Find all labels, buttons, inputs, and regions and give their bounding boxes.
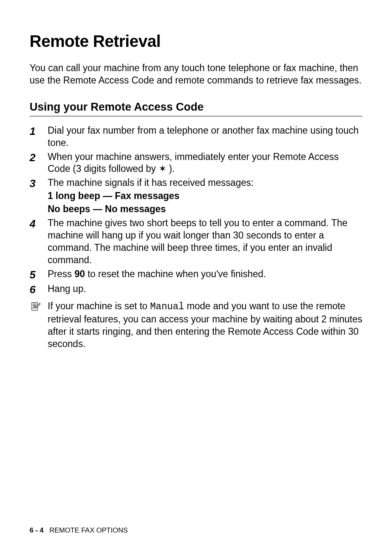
step-text-post: to reset the machine when you've finishe… (85, 269, 266, 279)
note-block: If your machine is set to Manual mode an… (30, 300, 362, 350)
step-3: 3 The machine signals if it has received… (30, 177, 362, 215)
step-1: 1 Dial your fax number from a telephone … (30, 125, 362, 149)
section-heading: Using your Remote Access Code (30, 101, 362, 116)
page-footer: 6 - 4 REMOTE FAX OPTIONS (30, 526, 128, 535)
step-number: 2 (30, 151, 48, 164)
note-icon (30, 300, 48, 314)
note-pre: If your machine is set to (48, 301, 150, 311)
step-text: The machine gives two short beeps to tel… (48, 217, 362, 266)
steps-list: 1 Dial your fax number from a telephone … (30, 125, 362, 296)
intro-paragraph: You can call your machine from any touch… (30, 62, 362, 87)
step-sub-1: 1 long beep — Fax messages (48, 190, 362, 202)
step-5: 5 Press 90 to reset the machine when you… (30, 268, 362, 281)
step-bold: 90 (74, 269, 85, 279)
footer-page-number: 6 - 4 (30, 526, 44, 534)
step-2: 2 When your machine answers, immediately… (30, 151, 362, 176)
step-6: 6 Hang up. (30, 283, 362, 296)
step-text: Hang up. (48, 283, 362, 295)
step-main-text: The machine signals if it has received m… (48, 177, 362, 189)
step-text: Press 90 to reset the machine when you'v… (48, 268, 362, 280)
step-sub-2: No beeps — No messages (48, 203, 362, 215)
step-number: 5 (30, 268, 48, 281)
footer-section-label: REMOTE FAX OPTIONS (49, 526, 128, 534)
step-4: 4 The machine gives two short beeps to t… (30, 217, 362, 266)
step-number: 4 (30, 217, 48, 230)
step-text: Dial your fax number from a telephone or… (48, 125, 362, 149)
step-text: The machine signals if it has received m… (48, 177, 362, 215)
step-text: When your machine answers, immediately e… (48, 151, 362, 176)
page-title: Remote Retrieval (30, 32, 362, 51)
step-number: 1 (30, 125, 48, 138)
step-number: 3 (30, 177, 48, 190)
note-code: Manual (150, 301, 184, 312)
step-text-pre: When your machine answers, immediately e… (48, 151, 339, 174)
note-text: If your machine is set to Manual mode an… (48, 300, 362, 350)
star-symbol: ✶ (159, 163, 166, 174)
step-text-post: ). (166, 163, 175, 174)
step-text-pre: Press (48, 269, 74, 279)
step-number: 6 (30, 283, 48, 296)
